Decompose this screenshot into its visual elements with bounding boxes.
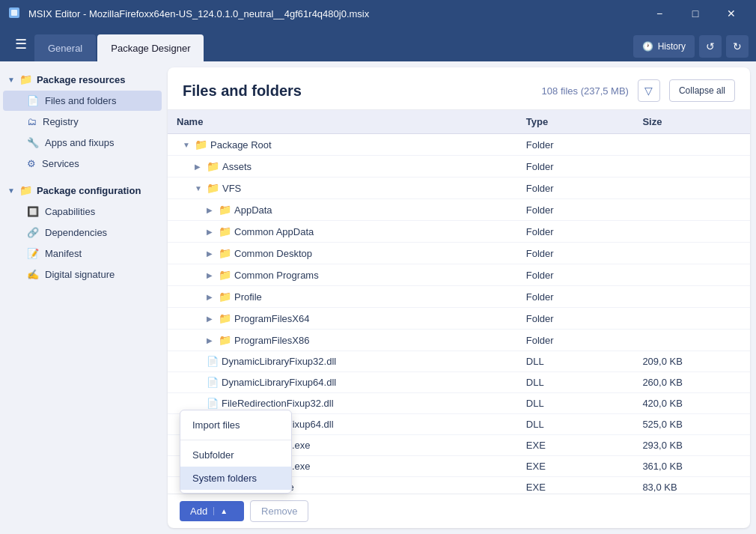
table-row[interactable]: ▼📁VFSFolder — [168, 178, 750, 199]
table-row[interactable]: 📄DynamicLibraryFixup32.dllDLL209,0 KB — [168, 351, 750, 372]
table-row[interactable]: ▶📁Common ProgramsFolder — [168, 264, 750, 286]
table-row[interactable]: 📄DynamicLibraryFixup64.dllDLL260,0 KB — [168, 372, 750, 393]
undo-button[interactable]: ↺ — [699, 35, 722, 58]
cell-type: Folder — [517, 330, 634, 351]
sidebar-section-package-resources[interactable]: ▼ 📁 Package resources — [0, 69, 165, 90]
context-menu-subfolder[interactable]: Subfolder — [180, 443, 291, 467]
cell-type: EXE — [517, 435, 634, 456]
dependencies-icon: 🔗 — [27, 227, 39, 238]
sidebar-item-digital-signature[interactable]: ✍ Digital signature — [3, 264, 162, 285]
manifest-icon: 📝 — [27, 248, 39, 259]
filter-button[interactable]: ▽ — [638, 79, 660, 102]
sidebar-item-registry[interactable]: 🗂 Registry — [3, 112, 162, 132]
folder-icon: 📁 — [219, 312, 231, 324]
table-row[interactable]: ▶📁AppDataFolder — [168, 199, 750, 221]
add-chevron-icon: ▲ — [213, 507, 234, 515]
table-row[interactable]: ▶📁AssetsFolder — [168, 156, 750, 178]
table-row[interactable]: ▶📁ProfileFolder — [168, 286, 750, 308]
column-header-name[interactable]: Name — [168, 110, 517, 134]
context-menu-divider — [180, 440, 291, 440]
cell-size — [633, 134, 750, 156]
column-header-size[interactable]: Size — [633, 110, 750, 134]
cell-size: 361,0 KB — [633, 456, 750, 477]
tab-general[interactable]: General — [34, 34, 96, 61]
chevron-down-icon: ▼ — [7, 76, 15, 84]
chevron-icon[interactable]: ▶ — [207, 336, 216, 345]
collapse-all-button[interactable]: Collapse all — [669, 79, 735, 102]
tab-package-designer[interactable]: Package Designer — [97, 34, 204, 61]
table-row[interactable]: ▶📁Common AppDataFolder — [168, 221, 750, 243]
chevron-icon[interactable]: ▶ — [207, 293, 216, 301]
chevron-icon[interactable]: ▶ — [207, 315, 216, 323]
folder-icon: 📁 — [219, 334, 231, 346]
cell-type: Folder — [517, 178, 634, 199]
table-row[interactable]: ▶📁ProgramFilesX86Folder — [168, 330, 750, 351]
table-row[interactable]: ▶📁Common DesktopFolder — [168, 243, 750, 264]
fixups-icon: 🔧 — [27, 137, 39, 148]
cell-type: DLL — [517, 393, 634, 414]
cell-type: Folder — [517, 199, 634, 221]
remove-button[interactable]: Remove — [250, 500, 308, 522]
table-header-row: Name Type Size — [168, 110, 750, 134]
cell-size: 525,0 KB — [633, 414, 750, 435]
file-count-badge: 108 files (237,5 MB) — [542, 85, 629, 97]
add-button[interactable]: Add ▲ — [180, 501, 244, 521]
sidebar-item-services[interactable]: ⚙ Services — [3, 154, 162, 174]
redo-button[interactable]: ↻ — [726, 35, 749, 58]
chevron-icon[interactable]: ▶ — [207, 249, 216, 258]
cell-size — [633, 156, 750, 178]
cell-size — [633, 330, 750, 351]
chevron-icon[interactable]: ▶ — [207, 271, 216, 279]
chevron-icon[interactable]: ▶ — [207, 206, 216, 214]
context-menu-system-folders[interactable]: System folders — [180, 467, 291, 490]
capabilities-icon: 🔲 — [27, 206, 39, 217]
table-row[interactable]: ▼📁Package RootFolder — [168, 134, 750, 156]
folder-icon: 📁 — [207, 182, 219, 194]
chevron-icon[interactable]: ▼ — [195, 184, 204, 192]
cell-type: EXE — [517, 456, 634, 477]
minimize-button[interactable]: − — [642, 0, 677, 27]
maximize-button[interactable]: □ — [678, 0, 713, 27]
services-icon: ⚙ — [27, 158, 36, 169]
sidebar-item-apps-and-fixups[interactable]: 🔧 Apps and fixups — [3, 133, 162, 153]
folder-icon: 📁 — [219, 204, 231, 216]
context-menu: Import files Subfolder System folders — [180, 410, 292, 494]
title-bar-controls: − □ ✕ — [642, 0, 749, 27]
sidebar-item-manifest[interactable]: 📝 Manifest — [3, 243, 162, 264]
add-button-label: Add — [190, 506, 213, 517]
cell-size: 260,0 KB — [633, 372, 750, 393]
file-icon: 📄 — [207, 398, 219, 409]
column-header-type[interactable]: Type — [517, 110, 634, 134]
cell-size — [633, 286, 750, 308]
cell-type: Folder — [517, 264, 634, 286]
cell-size — [633, 199, 750, 221]
chevron-icon[interactable]: ▼ — [183, 141, 192, 149]
chevron-icon[interactable]: ▶ — [207, 228, 216, 236]
close-button[interactable]: ✕ — [714, 0, 749, 27]
context-menu-import-files[interactable]: Import files — [180, 413, 291, 437]
cell-size — [633, 178, 750, 199]
file-icon: 📄 — [207, 377, 219, 388]
sidebar-item-capabilities[interactable]: 🔲 Capabilities — [3, 201, 162, 222]
hamburger-menu[interactable]: ☰ — [7, 27, 34, 61]
svg-rect-1 — [11, 10, 17, 16]
sidebar-section-package-configuration[interactable]: ▼ 📁 Package configuration — [0, 180, 165, 201]
signature-icon: ✍ — [27, 269, 39, 280]
file-icon: 📄 — [27, 95, 39, 106]
cell-type: Folder — [517, 308, 634, 330]
content-header: Files and folders 108 files (237,5 MB) ▽… — [168, 67, 750, 110]
history-icon: 🕐 — [642, 41, 653, 52]
cell-type: Folder — [517, 156, 634, 178]
chevron-down-icon-2: ▼ — [7, 186, 15, 195]
cell-size — [633, 243, 750, 264]
history-button[interactable]: 🕐 History — [633, 35, 695, 58]
chevron-icon[interactable]: ▶ — [195, 163, 204, 171]
content-area: Files and folders 108 files (237,5 MB) ▽… — [168, 67, 750, 528]
cell-type: DLL — [517, 414, 634, 435]
sidebar-item-dependencies[interactable]: 🔗 Dependencies — [3, 222, 162, 243]
cell-type: EXE — [517, 477, 634, 494]
title-bar-text: MSIX Editor - MozillaFirefoxx64en-US_124… — [28, 8, 642, 19]
sidebar-item-files-and-folders[interactable]: 📄 Files and folders — [3, 91, 162, 111]
title-bar: MSIX Editor - MozillaFirefoxx64en-US_124… — [0, 0, 756, 27]
table-row[interactable]: ▶📁ProgramFilesX64Folder — [168, 308, 750, 330]
